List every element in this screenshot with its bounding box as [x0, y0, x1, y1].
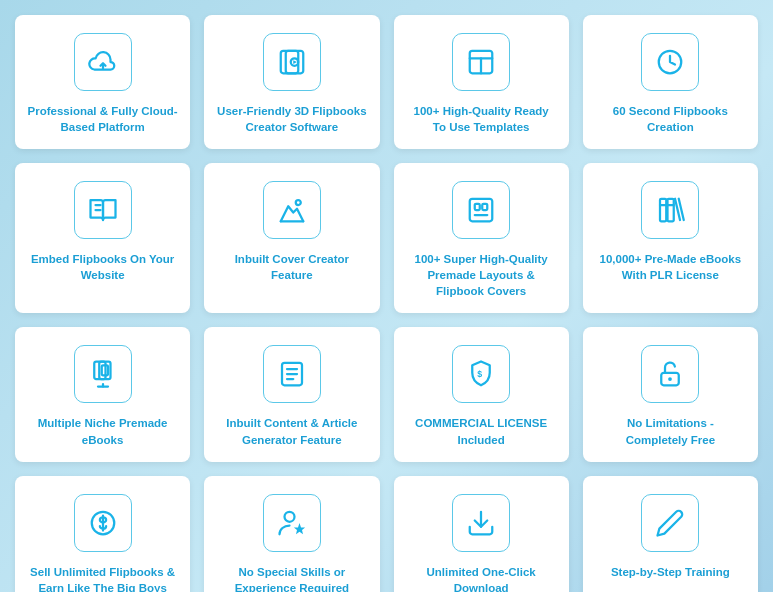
cloud-platform-icon — [74, 33, 132, 91]
svg-rect-12 — [470, 199, 493, 222]
feature-card-label-no-skills: No Special Skills or Experience Required — [216, 564, 367, 592]
feature-card-sell-flipbooks: Sell Unlimited Flipbooks & Earn Like The… — [15, 476, 190, 592]
svg-rect-17 — [668, 199, 674, 222]
feature-card-label-no-limitations: No Limitations - Completely Free — [595, 415, 746, 447]
feature-card-label-training: Step-by-Step Training — [611, 564, 730, 580]
premade-layouts-icon — [452, 181, 510, 239]
60sec-icon — [641, 33, 699, 91]
no-limitations-icon — [641, 345, 699, 403]
embed-icon — [74, 181, 132, 239]
svg-text:$: $ — [477, 369, 482, 379]
one-click-download-icon — [452, 494, 510, 552]
feature-card-plr-ebooks: 10,000+ Pre-Made eBooks With PLR License — [583, 163, 758, 313]
feature-card-label-cover-creator: Inbuilt Cover Creator Feature — [216, 251, 367, 283]
svg-point-36 — [284, 511, 294, 521]
commercial-license-icon: $ — [452, 345, 510, 403]
training-icon — [641, 494, 699, 552]
feature-card-no-skills: No Special Skills or Experience Required — [204, 476, 379, 592]
sell-flipbooks-icon — [74, 494, 132, 552]
content-generator-icon — [263, 345, 321, 403]
flipbooks-creator-icon — [263, 33, 321, 91]
feature-card-label-content-generator: Inbuilt Content & Article Generator Feat… — [216, 415, 367, 447]
feature-card-label-flipbooks-creator: User-Friendly 3D Flipbooks Creator Softw… — [216, 103, 367, 135]
svg-rect-13 — [475, 204, 480, 210]
feature-card-label-sell-flipbooks: Sell Unlimited Flipbooks & Earn Like The… — [27, 564, 178, 592]
feature-card-cover-creator: Inbuilt Cover Creator Feature — [204, 163, 379, 313]
feature-card-label-one-click-download: Unlimited One-Click Download — [406, 564, 557, 592]
feature-card-commercial-license: $ COMMERCIAL LICENSE Included — [394, 327, 569, 461]
feature-card-label-templates: 100+ High-Quality Ready To Use Templates — [406, 103, 557, 135]
feature-card-label-premade-layouts: 100+ Super High-Quality Premade Layouts … — [406, 251, 557, 299]
feature-card-flipbooks-creator: User-Friendly 3D Flipbooks Creator Softw… — [204, 15, 379, 149]
svg-point-33 — [669, 378, 673, 382]
svg-point-11 — [296, 200, 301, 205]
feature-card-templates: 100+ High-Quality Ready To Use Templates — [394, 15, 569, 149]
feature-card-premade-layouts: 100+ Super High-Quality Premade Layouts … — [394, 163, 569, 313]
svg-rect-16 — [660, 199, 666, 222]
niche-ebooks-icon — [74, 345, 132, 403]
svg-marker-3 — [293, 60, 297, 64]
svg-rect-14 — [482, 204, 487, 210]
feature-card-niche-ebooks: Multiple Niche Premade eBooks — [15, 327, 190, 461]
feature-card-label-60sec: 60 Second Flipbooks Creation — [595, 103, 746, 135]
feature-card-no-limitations: No Limitations - Completely Free — [583, 327, 758, 461]
feature-card-cloud-platform: Professional & Fully Cloud-Based Platfor… — [15, 15, 190, 149]
cover-creator-icon — [263, 181, 321, 239]
feature-card-60sec: 60 Second Flipbooks Creation — [583, 15, 758, 149]
no-skills-icon — [263, 494, 321, 552]
feature-card-label-niche-ebooks: Multiple Niche Premade eBooks — [27, 415, 178, 447]
feature-card-one-click-download: Unlimited One-Click Download — [394, 476, 569, 592]
feature-card-label-cloud-platform: Professional & Fully Cloud-Based Platfor… — [27, 103, 178, 135]
feature-card-embed: Embed Flipbooks On Your Website — [15, 163, 190, 313]
feature-card-training: Step-by-Step Training — [583, 476, 758, 592]
templates-icon — [452, 33, 510, 91]
feature-card-label-embed: Embed Flipbooks On Your Website — [27, 251, 178, 283]
feature-card-label-plr-ebooks: 10,000+ Pre-Made eBooks With PLR License — [595, 251, 746, 283]
feature-card-content-generator: Inbuilt Content & Article Generator Feat… — [204, 327, 379, 461]
plr-ebooks-icon — [641, 181, 699, 239]
features-grid: Professional & Fully Cloud-Based Platfor… — [15, 15, 758, 592]
svg-marker-37 — [294, 523, 305, 534]
feature-card-label-commercial-license: COMMERCIAL LICENSE Included — [406, 415, 557, 447]
